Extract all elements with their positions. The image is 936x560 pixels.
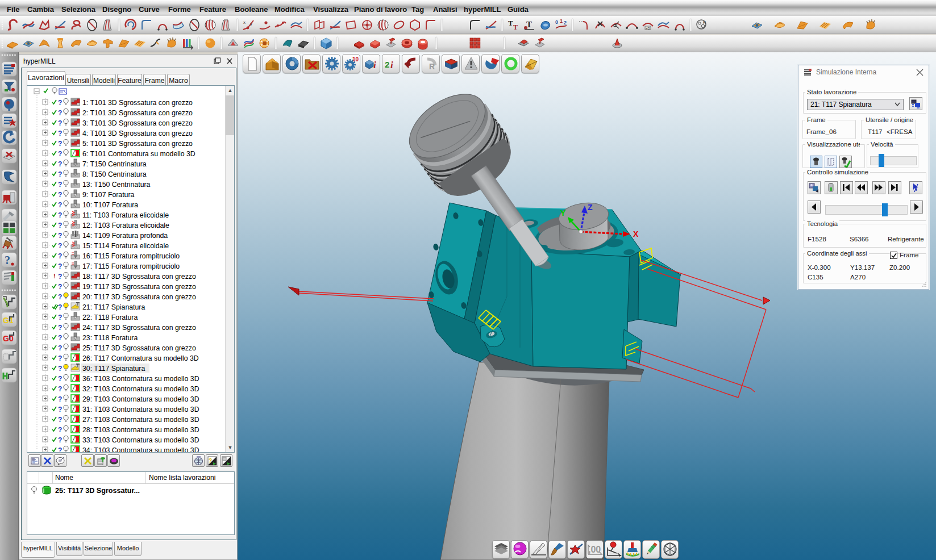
svg-text:?: ? bbox=[58, 334, 62, 342]
svg-text:?: ? bbox=[58, 375, 62, 383]
svg-text:?: ? bbox=[58, 181, 62, 189]
svg-text:36: T103 Contornatura su model: 36: T103 Contornatura su modello 3D bbox=[82, 375, 199, 383]
svg-text:i: i bbox=[390, 60, 393, 70]
svg-text:?: ? bbox=[58, 354, 62, 362]
svg-text:24: T117 3D Sgrossatura con gr: 24: T117 3D Sgrossatura con grezzo bbox=[82, 324, 196, 332]
svg-text:?: ? bbox=[58, 252, 62, 260]
svg-text:Z: Z bbox=[588, 203, 593, 212]
svg-text:13: T150 Centrinatura: 13: T150 Centrinatura bbox=[82, 181, 151, 189]
svg-text:?: ? bbox=[58, 129, 62, 137]
svg-text:0: 0 bbox=[555, 19, 558, 25]
svg-text:1: T101 3D Sgrossatura con gre: 1: T101 3D Sgrossatura con grezzo bbox=[82, 99, 193, 107]
svg-text:+D: +D bbox=[646, 27, 651, 30]
svg-text:1: 1 bbox=[560, 18, 563, 24]
svg-text:3: T101 3D Sgrossatura con gre: 3: T101 3D Sgrossatura con grezzo bbox=[82, 119, 193, 127]
svg-text:?: ? bbox=[58, 395, 62, 403]
svg-text:?: ? bbox=[58, 365, 62, 373]
svg-text:?: ? bbox=[58, 314, 62, 321]
svg-text:5: T101 3D Sgrossatura con gre: 5: T101 3D Sgrossatura con grezzo bbox=[82, 140, 193, 148]
svg-text:!: ! bbox=[53, 273, 56, 279]
svg-text:21: T117 Spianatura: 21: T117 Spianatura bbox=[82, 303, 145, 311]
svg-text:?: ? bbox=[58, 242, 62, 250]
svg-text:29: T103 Contornatura su model: 29: T103 Contornatura su modello 3D bbox=[82, 395, 199, 403]
svg-text:32: T103 Contornatura su model: 32: T103 Contornatura su modello 3D bbox=[82, 385, 199, 393]
svg-text:?: ? bbox=[58, 303, 62, 311]
svg-text:?: ? bbox=[58, 426, 62, 434]
svg-text:22: T118 Foratura: 22: T118 Foratura bbox=[82, 314, 138, 321]
svg-text:?: ? bbox=[58, 140, 62, 148]
svg-text:7: T150 Centrinatura: 7: T150 Centrinatura bbox=[82, 160, 147, 168]
svg-text:33: T103 Contornatura su model: 33: T103 Contornatura su modello 3D bbox=[82, 436, 199, 444]
svg-text:?: ? bbox=[58, 119, 62, 127]
svg-text:?: ? bbox=[58, 293, 62, 301]
svg-text:11: T103 Foratura elicoidale: 11: T103 Foratura elicoidale bbox=[82, 211, 169, 219]
svg-text:26: T117 Contornatura su model: 26: T117 Contornatura su modello 3D bbox=[82, 354, 199, 362]
svg-text:20: T117 3D Sgrossatura con gr: 20: T117 3D Sgrossatura con grezzo bbox=[82, 293, 196, 301]
svg-text:x: x bbox=[243, 20, 246, 25]
svg-text:?: ? bbox=[58, 262, 62, 270]
svg-text:?: ? bbox=[58, 273, 62, 281]
svg-text:10: 10 bbox=[352, 56, 359, 62]
svg-text:6: T101 Contornatura su modell: 6: T101 Contornatura su modello 3D bbox=[82, 150, 195, 158]
svg-text:10: T107 Foratura: 10: T107 Foratura bbox=[82, 201, 138, 209]
svg-text:2: T101 3D Sgrossatura con gre: 2: T101 3D Sgrossatura con grezzo bbox=[82, 109, 193, 117]
svg-text:?: ? bbox=[5, 254, 10, 266]
svg-text:y: y bbox=[250, 21, 252, 26]
svg-text:28: T103 Contornatura su model: 28: T103 Contornatura su modello 3D bbox=[82, 426, 199, 434]
svg-text:34: T103 Contornatura su model: 34: T103 Contornatura su modello 3D bbox=[82, 446, 199, 453]
svg-text:30: T117 Spianatura: 30: T117 Spianatura bbox=[82, 365, 145, 373]
svg-text:?: ? bbox=[58, 191, 62, 199]
svg-text:,00: ,00 bbox=[588, 545, 601, 554]
svg-text:?: ? bbox=[58, 150, 62, 158]
svg-text:25: T117 3D Sgrossatura con gr: 25: T117 3D Sgrossatura con grezzo bbox=[82, 344, 196, 352]
svg-text:?: ? bbox=[58, 160, 62, 168]
svg-text:?: ? bbox=[58, 109, 62, 117]
svg-text:?: ? bbox=[58, 283, 62, 291]
svg-text:?: ? bbox=[58, 324, 62, 332]
svg-text:4: T101 3D Sgrossatura con gre: 4: T101 3D Sgrossatura con grezzo bbox=[82, 129, 193, 137]
svg-text:Y: Y bbox=[560, 208, 566, 218]
svg-text:?: ? bbox=[209, 458, 212, 464]
svg-text:T: T bbox=[508, 19, 513, 27]
svg-text:8: T150 Centrinatura: 8: T150 Centrinatura bbox=[82, 170, 147, 178]
svg-text:X: X bbox=[633, 229, 639, 239]
svg-text:31: T103 Contornatura su model: 31: T103 Contornatura su modello 3D bbox=[82, 406, 199, 413]
svg-text:?: ? bbox=[58, 446, 62, 453]
svg-text:R: R bbox=[703, 20, 706, 24]
svg-text:15: T114 Foratura elicoidale: 15: T114 Foratura elicoidale bbox=[82, 242, 169, 250]
svg-text:2: 2 bbox=[564, 20, 567, 26]
svg-text:i: i bbox=[373, 60, 376, 70]
svg-text:?: ? bbox=[58, 385, 62, 393]
svg-text:9: T107 Foratura: 9: T107 Foratura bbox=[82, 191, 135, 199]
svg-text:?: ? bbox=[58, 211, 62, 219]
svg-text:?: ? bbox=[58, 99, 62, 107]
svg-text:?: ? bbox=[58, 436, 62, 444]
svg-text:17: T115 Foratura rompitruciol: 17: T115 Foratura rompitruciolo bbox=[82, 262, 180, 270]
svg-text:23: T118 Foratura: 23: T118 Foratura bbox=[82, 334, 138, 342]
svg-text:?: ? bbox=[58, 201, 62, 209]
svg-text:2: 2 bbox=[385, 60, 389, 69]
svg-text:?: ? bbox=[58, 406, 62, 413]
svg-text:R: R bbox=[429, 62, 435, 71]
svg-text:18: T117 3D Sgrossatura con gr: 18: T117 3D Sgrossatura con grezzo bbox=[82, 273, 196, 281]
svg-text:16: T115 Foratura rompitruciol: 16: T115 Foratura rompitruciolo bbox=[82, 252, 180, 260]
svg-text:12: T103 Foratura elicoidale: 12: T103 Foratura elicoidale bbox=[82, 222, 169, 229]
svg-text:?: ? bbox=[58, 170, 62, 178]
svg-text:?: ? bbox=[58, 232, 62, 240]
svg-text:?: ? bbox=[58, 416, 62, 424]
svg-text:?: ? bbox=[58, 222, 62, 229]
svg-text:19: T117 3D Sgrossatura con gr: 19: T117 3D Sgrossatura con grezzo bbox=[82, 283, 196, 291]
svg-text:T: T bbox=[513, 23, 518, 31]
svg-text:14: T109 Foratura profonda: 14: T109 Foratura profonda bbox=[82, 232, 168, 240]
svg-text:?: ? bbox=[58, 344, 62, 352]
svg-text:27: T103 Contornatura su model: 27: T103 Contornatura su modello 3D bbox=[82, 416, 199, 424]
